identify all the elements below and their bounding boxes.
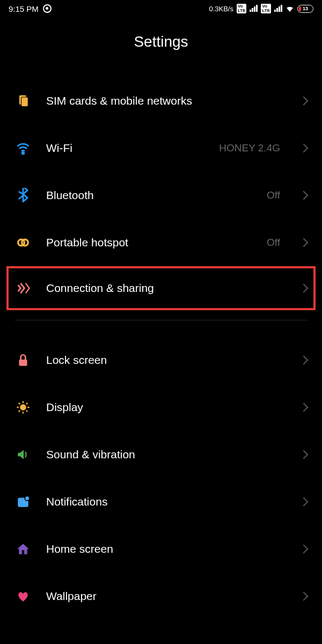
row-value: Off [267,237,280,248]
row-label: Home screen [46,543,286,555]
svg-point-16 [25,496,30,501]
svg-line-14 [26,403,27,404]
row-label: Wi-Fi [46,142,204,155]
row-label: Portable hotspot [46,236,252,249]
wifi-icon [15,140,31,156]
sound-icon [15,447,31,463]
chevron-right-icon [299,497,309,507]
row-label: Display [46,401,286,414]
svg-line-11 [19,403,20,404]
status-bar: 9:15 PM 0.3KB/s VoLTE VoLTE 13 [0,0,322,17]
settings-row-lock[interactable]: Lock screen [15,336,307,384]
hotspot-icon [15,235,31,251]
home-icon [15,541,31,557]
divider [15,320,307,320]
battery-icon: 13 [297,5,313,13]
settings-row-wifi[interactable]: Wi-Fi HONEY 2.4G [15,125,307,172]
settings-row-display[interactable]: Display [15,384,307,431]
lock-icon [15,352,31,368]
settings-row-sim[interactable]: SIM cards & mobile networks [15,77,307,125]
wifi-status-icon [286,4,294,13]
settings-row-hotspot[interactable]: Portable hotspot Off [15,219,307,266]
row-label: Bluetooth [46,189,252,202]
sim-icon [15,93,31,109]
settings-row-notifications[interactable]: Notifications [15,478,307,525]
chevron-right-icon [299,284,309,293]
status-time: 9:15 PM [9,4,39,13]
row-label: Lock screen [46,354,286,367]
battery-percent: 13 [303,6,308,11]
svg-rect-5 [19,360,27,366]
status-right: 0.3KB/s VoLTE VoLTE 13 [209,4,313,13]
chevron-right-icon [299,97,309,106]
row-label: Notifications [46,495,286,508]
settings-row-home[interactable]: Home screen [15,525,307,573]
signal-bars-2 [274,5,282,12]
row-value: HONEY 2.4G [219,142,280,154]
chevron-right-icon [299,450,309,459]
chevron-right-icon [299,592,309,601]
svg-rect-17 [22,550,24,554]
row-label: Sound & vibration [46,448,286,461]
connection-icon [15,280,31,296]
chevron-right-icon [299,403,309,412]
chevron-right-icon [299,191,309,200]
status-left: 9:15 PM [9,4,52,13]
svg-point-2 [22,152,24,155]
wallpaper-icon [15,588,31,604]
data-rate: 0.3KB/s [209,5,233,13]
svg-point-6 [20,404,26,411]
chevron-right-icon [299,238,309,247]
svg-line-13 [19,411,20,412]
notifications-icon [15,494,31,510]
chevron-right-icon [299,545,309,554]
chevron-right-icon [299,144,309,153]
chevron-right-icon [299,356,309,365]
music-icon [43,4,52,13]
svg-line-12 [26,411,27,412]
settings-row-sound[interactable]: Sound & vibration [15,431,307,478]
svg-rect-1 [21,97,28,107]
settings-row-connection[interactable]: Connection & sharing [6,266,316,310]
settings-row-wallpaper[interactable]: Wallpaper [15,573,307,620]
volte-badge-1: VoLTE [237,4,247,13]
display-icon [15,399,31,415]
row-value: Off [267,189,280,201]
row-label: SIM cards & mobile networks [46,94,286,107]
bluetooth-icon [15,187,31,203]
row-label: Connection & sharing [46,282,286,295]
volte-badge-2: VoLTE [261,4,271,13]
row-label: Wallpaper [46,590,286,603]
settings-list: SIM cards & mobile networks Wi-Fi HONEY … [0,77,322,620]
signal-bars-1 [250,5,258,12]
settings-row-bluetooth[interactable]: Bluetooth Off [15,172,307,219]
page-title: Settings [0,17,322,77]
